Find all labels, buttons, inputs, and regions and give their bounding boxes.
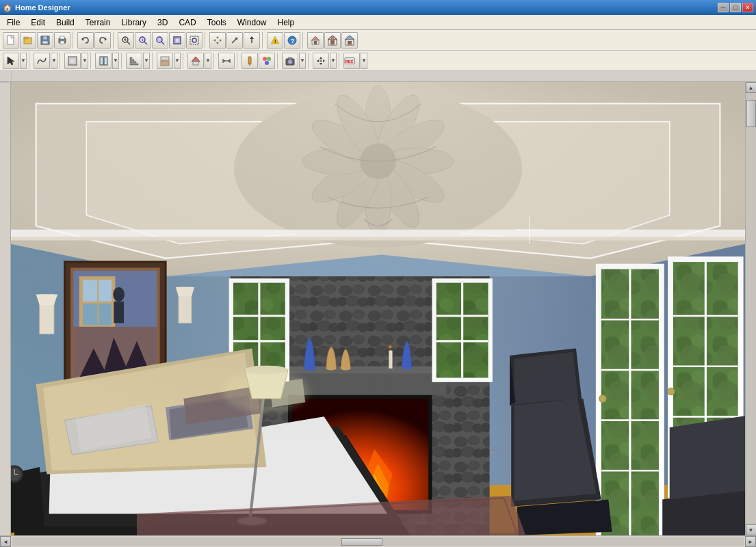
- move-dropdown[interactable]: ▼: [330, 53, 337, 69]
- svg-point-70: [267, 57, 271, 61]
- svg-rect-57: [130, 57, 132, 59]
- zoom-out-button[interactable]: −: [152, 32, 168, 49]
- svg-rect-74: [288, 57, 292, 59]
- roof-dropdown[interactable]: ▼: [205, 53, 211, 69]
- scroll-right-arrow[interactable]: ►: [745, 536, 756, 547]
- svg-rect-52: [100, 57, 103, 65]
- scroll-left-arrow[interactable]: ◄: [0, 536, 11, 547]
- separator-5: [302, 32, 305, 49]
- svg-marker-42: [328, 36, 337, 40]
- paint-tool[interactable]: [242, 53, 258, 69]
- svg-marker-39: [311, 36, 320, 40]
- camera-tool[interactable]: [282, 53, 298, 69]
- menu-3d[interactable]: 3D: [152, 16, 173, 29]
- menu-tools[interactable]: Tools: [202, 16, 232, 29]
- svg-marker-77: [317, 59, 319, 62]
- svg-marker-28: [213, 39, 216, 42]
- move-tool[interactable]: [313, 53, 329, 69]
- new-button[interactable]: [3, 32, 19, 49]
- menu-file[interactable]: File: [1, 16, 25, 29]
- select-tool[interactable]: [3, 53, 19, 69]
- menu-cad[interactable]: CAD: [173, 16, 201, 29]
- menu-edit[interactable]: Edit: [25, 16, 51, 29]
- svg-rect-3: [24, 37, 28, 39]
- menu-window[interactable]: Window: [232, 16, 272, 29]
- svg-rect-23: [175, 38, 179, 42]
- sep-t8: [237, 53, 239, 69]
- svg-marker-49: [8, 57, 14, 65]
- svg-point-79: [320, 59, 322, 62]
- zoom-in-button[interactable]: +: [135, 32, 151, 49]
- house-simple-button[interactable]: [307, 32, 324, 49]
- menu-library[interactable]: Library: [116, 16, 152, 29]
- scroll-down-arrow[interactable]: ▼: [746, 524, 757, 535]
- open-button[interactable]: [20, 32, 36, 49]
- left-ruler: [0, 82, 11, 535]
- house-large-button[interactable]: [341, 32, 358, 49]
- save-button[interactable]: [37, 32, 53, 49]
- dimension-tool[interactable]: [218, 53, 235, 69]
- door-dropdown[interactable]: ▼: [112, 53, 119, 69]
- minimize-button[interactable]: ─: [718, 3, 729, 12]
- arrow-up-right-button[interactable]: [226, 32, 243, 49]
- top-ruler: [0, 71, 756, 82]
- sep-t1: [29, 53, 31, 69]
- floor-tool[interactable]: [157, 53, 173, 69]
- redo-button[interactable]: [94, 32, 111, 49]
- menu-help[interactable]: Help: [272, 16, 300, 29]
- rec-dropdown[interactable]: ▼: [361, 53, 367, 69]
- svg-rect-24: [190, 36, 198, 44]
- menu-terrain[interactable]: Terrain: [80, 16, 116, 29]
- bottom-scrollbar[interactable]: ◄ ►: [0, 535, 756, 547]
- help-button[interactable]: ?: [284, 32, 300, 49]
- rec-button[interactable]: REC: [343, 53, 360, 69]
- arrow-up-button[interactable]: [244, 32, 260, 49]
- alert-button[interactable]: !: [267, 32, 283, 49]
- svg-text:REC: REC: [346, 59, 354, 63]
- door-window-tool[interactable]: [95, 53, 112, 69]
- stair-tool[interactable]: [126, 53, 142, 69]
- svg-marker-76: [320, 63, 322, 65]
- svg-marker-68: [248, 64, 251, 66]
- title-bar-controls[interactable]: ─ □ ✕: [718, 3, 753, 12]
- material-tool[interactable]: [259, 53, 275, 69]
- scroll-track[interactable]: [746, 93, 757, 524]
- scroll-thumb[interactable]: [746, 100, 756, 127]
- zoom-box-button[interactable]: [186, 32, 203, 49]
- sep-t6: [183, 53, 185, 69]
- h-scroll-thumb[interactable]: [341, 538, 382, 546]
- svg-point-71: [265, 61, 269, 65]
- viewport: [11, 82, 745, 535]
- svg-rect-8: [60, 36, 64, 39]
- svg-marker-60: [192, 57, 200, 62]
- curve-tool[interactable]: [34, 53, 50, 69]
- house-medium-button[interactable]: [324, 32, 341, 49]
- maximize-button[interactable]: □: [730, 3, 741, 12]
- wall-tool[interactable]: [64, 53, 81, 69]
- sep-t11: [339, 53, 341, 69]
- menu-build[interactable]: Build: [51, 16, 80, 29]
- camera-dropdown[interactable]: ▼: [299, 53, 306, 69]
- right-scrollbar[interactable]: ▲ ▼: [745, 82, 756, 535]
- h-scroll-track[interactable]: [12, 537, 744, 546]
- svg-marker-26: [216, 36, 219, 38]
- undo-button[interactable]: [77, 32, 94, 49]
- title-bar: 🏠 Home Designer ─ □ ✕: [0, 0, 756, 15]
- fit-view-button[interactable]: [169, 32, 185, 49]
- curve-dropdown[interactable]: ▼: [51, 53, 57, 69]
- app-title: Home Designer: [15, 3, 70, 12]
- select-dropdown[interactable]: ▼: [20, 53, 27, 69]
- sep-t3: [90, 53, 93, 69]
- print-button[interactable]: [54, 32, 70, 49]
- pan-button[interactable]: [209, 32, 226, 49]
- roof-tool[interactable]: [187, 53, 204, 69]
- svg-rect-59: [161, 57, 169, 60]
- floor-dropdown[interactable]: ▼: [174, 53, 181, 69]
- wall-dropdown[interactable]: ▼: [81, 53, 88, 69]
- zoom-magnifier-button[interactable]: [118, 32, 134, 49]
- svg-rect-5: [43, 36, 47, 40]
- scroll-up-arrow[interactable]: ▲: [746, 82, 757, 93]
- stair-dropdown[interactable]: ▼: [143, 53, 150, 69]
- close-button[interactable]: ✕: [742, 3, 753, 12]
- svg-rect-43: [330, 40, 335, 44]
